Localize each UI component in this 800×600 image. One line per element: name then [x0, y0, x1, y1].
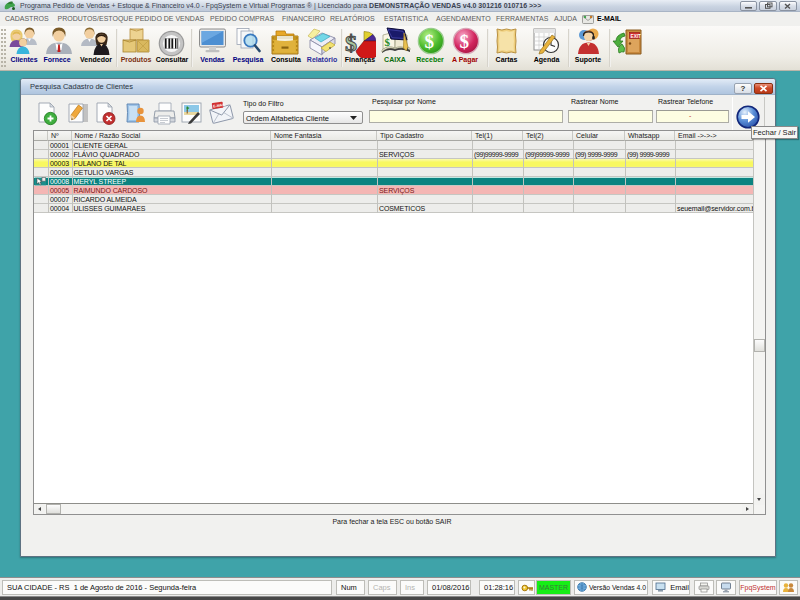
svg-text:$: $: [460, 31, 470, 52]
svg-text:$: $: [345, 30, 357, 56]
svg-text:EXIT: EXIT: [631, 34, 641, 39]
svg-text:$: $: [385, 36, 391, 48]
svg-text:$: $: [425, 31, 435, 52]
